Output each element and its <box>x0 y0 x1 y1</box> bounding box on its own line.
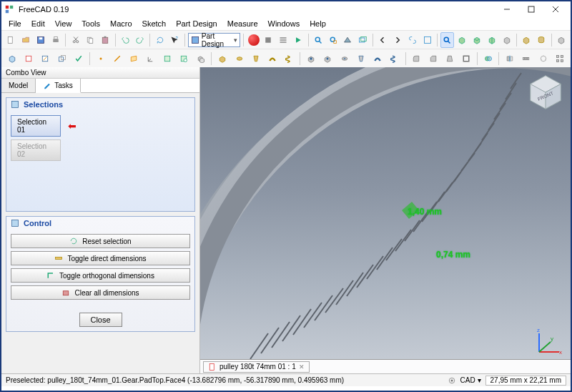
linear-pattern-icon[interactable] <box>519 51 534 67</box>
open-file-icon[interactable] <box>19 32 33 48</box>
control-header[interactable]: Control <box>6 217 194 230</box>
tab-close-icon[interactable]: ✕ <box>299 363 305 371</box>
selection-02-button[interactable]: Selection 02 <box>11 139 61 161</box>
toggle-direct-button[interactable]: Toggle direct dimensions <box>11 251 190 265</box>
sketch-icon[interactable] <box>21 51 36 67</box>
measure-linear-icon[interactable] <box>554 32 568 48</box>
menu-macro[interactable]: Macro <box>106 19 137 29</box>
clone-icon[interactable] <box>193 51 208 67</box>
status-gear-icon[interactable] <box>448 376 456 385</box>
svg-rect-65 <box>56 258 62 260</box>
part-cube-icon[interactable] <box>520 32 533 48</box>
viewport-3d[interactable]: 1,40 mm 0,74 mm FRONT z x y pulley 180t … <box>200 67 571 373</box>
menu-view[interactable]: View <box>51 19 77 29</box>
bounding-box-icon[interactable] <box>356 32 370 48</box>
view-right-icon[interactable] <box>485 32 498 48</box>
menu-sketch[interactable]: Sketch <box>138 19 171 29</box>
multi-transform-icon[interactable] <box>552 51 567 67</box>
zoom-selection-icon[interactable] <box>326 32 340 48</box>
nav-forward-icon[interactable] <box>390 32 404 48</box>
menu-part-design[interactable]: Part Design <box>172 19 221 29</box>
thickness-icon[interactable] <box>459 51 474 67</box>
edit-sketch-icon[interactable] <box>38 51 53 67</box>
menu-file[interactable]: File <box>4 19 26 29</box>
draft-icon[interactable] <box>442 51 457 67</box>
view-isometric-icon[interactable] <box>440 32 454 48</box>
menu-edit[interactable]: Edit <box>27 19 49 29</box>
paste-icon[interactable] <box>99 32 112 48</box>
maximize-button[interactable] <box>519 2 543 16</box>
toggle-ortho-button[interactable]: Toggle orthogonal dimensions <box>11 268 190 283</box>
viewport-doc-tab[interactable]: pulley 180t 74mm 01 : 1 ✕ <box>203 361 310 373</box>
nav-cube[interactable]: FRONT <box>525 72 566 113</box>
macro-record-icon[interactable] <box>247 32 260 48</box>
part-cylinder-icon[interactable] <box>535 32 548 48</box>
svg-rect-63 <box>12 102 19 108</box>
groove-icon[interactable] <box>337 51 352 67</box>
revolution-icon[interactable] <box>232 51 247 67</box>
map-sketch-icon[interactable] <box>54 51 69 67</box>
sub-pipe-icon[interactable] <box>370 51 385 67</box>
axes-gizmo[interactable]: z x y <box>535 326 565 356</box>
view-top-icon[interactable] <box>470 32 484 48</box>
close-button[interactable] <box>543 2 568 16</box>
polar-pattern-icon[interactable] <box>536 51 551 67</box>
clear-dims-button[interactable]: Clear all dimensions <box>11 285 190 300</box>
mirrored-icon[interactable] <box>502 51 517 67</box>
fillet-icon[interactable] <box>409 51 424 67</box>
datum-point-icon[interactable] <box>93 51 108 67</box>
helix-icon[interactable] <box>282 51 297 67</box>
new-file-icon[interactable] <box>4 32 18 48</box>
menu-tools[interactable]: Tools <box>77 19 104 29</box>
tab-model[interactable]: Model <box>1 79 36 92</box>
menu-measure[interactable]: Measure <box>223 19 262 29</box>
hole-icon[interactable] <box>320 51 335 67</box>
link-icon[interactable] <box>405 32 419 48</box>
zoom-fit-icon[interactable] <box>311 32 325 48</box>
copy-icon[interactable] <box>84 32 97 48</box>
save-icon[interactable] <box>34 32 48 48</box>
body-icon[interactable] <box>4 51 19 67</box>
redo-icon[interactable] <box>133 32 147 48</box>
workbench-selector[interactable]: Part Design ▾ <box>188 33 241 47</box>
subshapebinder-icon[interactable] <box>177 51 192 67</box>
pad-icon[interactable] <box>214 51 230 67</box>
datum-plane-icon[interactable] <box>127 51 142 67</box>
minimize-button[interactable] <box>495 2 519 16</box>
menu-help[interactable]: Help <box>305 19 330 29</box>
pipe-icon[interactable] <box>265 51 280 67</box>
macro-stop-icon[interactable] <box>262 32 275 48</box>
selections-header[interactable]: Selections <box>6 98 194 111</box>
print-icon[interactable] <box>49 32 63 48</box>
sub-loft-icon[interactable] <box>353 51 368 67</box>
status-cad-mode[interactable]: CAD ▾ <box>460 376 481 384</box>
menu-windows[interactable]: Windows <box>264 19 305 29</box>
sub-helix-icon[interactable] <box>387 51 402 67</box>
close-task-button[interactable]: Close <box>79 313 122 327</box>
nav-back-icon[interactable] <box>376 32 390 48</box>
link-select-icon[interactable] <box>420 32 434 48</box>
shapebinder-icon[interactable] <box>159 51 174 67</box>
macro-execute-icon[interactable] <box>292 32 305 48</box>
cut-icon[interactable] <box>69 32 82 48</box>
boolean-icon[interactable] <box>480 51 495 67</box>
whatsthis-icon[interactable]: ? <box>168 32 182 48</box>
draw-style-icon[interactable] <box>341 32 355 48</box>
pocket-icon[interactable] <box>303 51 318 67</box>
svg-point-50 <box>487 57 491 61</box>
reset-selection-button[interactable]: Reset selection <box>11 234 190 248</box>
svg-rect-64 <box>12 220 19 227</box>
loft-icon[interactable] <box>248 51 263 67</box>
view-rear-icon[interactable] <box>500 32 513 48</box>
validate-sketch-icon[interactable] <box>72 51 87 67</box>
datum-cs-icon[interactable] <box>143 51 158 67</box>
undo-icon[interactable] <box>119 32 132 48</box>
chamfer-icon[interactable] <box>425 51 440 67</box>
datum-line-icon[interactable] <box>109 51 124 67</box>
view-front-icon[interactable] <box>455 32 469 48</box>
macro-list-icon[interactable] <box>277 32 290 48</box>
selection-01-button[interactable]: Selection 01 <box>11 115 61 137</box>
tab-tasks[interactable]: Tasks <box>36 79 81 93</box>
refresh-icon[interactable] <box>153 32 167 48</box>
svg-line-76 <box>347 273 363 296</box>
